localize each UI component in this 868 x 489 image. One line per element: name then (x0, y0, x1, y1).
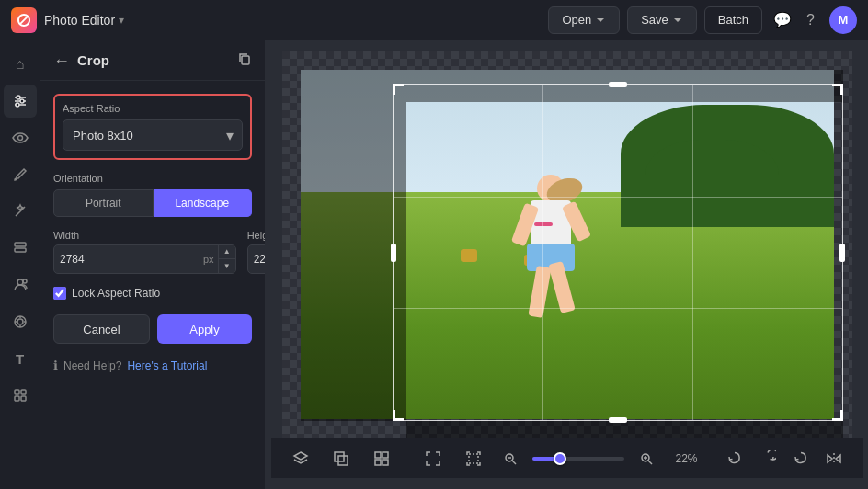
effects-icon[interactable] (4, 305, 37, 338)
height-label: Height (247, 230, 266, 241)
height-group: Height px ▲ ▼ (247, 230, 266, 274)
back-button[interactable]: ← (53, 52, 70, 69)
fit-selection-button[interactable] (459, 444, 488, 473)
svg-point-4 (20, 99, 24, 103)
people-icon[interactable] (4, 268, 37, 301)
svg-marker-22 (294, 452, 307, 460)
svg-rect-18 (21, 390, 26, 394)
text-icon[interactable]: T (4, 342, 37, 375)
lock-checkbox[interactable] (53, 287, 66, 300)
height-input[interactable] (248, 245, 266, 273)
svg-rect-19 (15, 396, 19, 401)
aspect-ratio-select[interactable]: Original Square 1:1 Photo 4x6 Photo 5x7 … (63, 119, 243, 151)
orientation-label: Orientation (53, 173, 252, 184)
left-panel: ← Crop Aspect Ratio Original Square 1:1 … (40, 40, 266, 489)
icon-bar: ⌂ (0, 40, 40, 489)
svg-rect-8 (15, 248, 26, 252)
rotate-buttons (720, 444, 849, 473)
svg-rect-28 (383, 460, 388, 465)
zoom-in-button[interactable] (635, 448, 657, 470)
comment-icon[interactable]: 💬 (773, 11, 792, 28)
width-decrement[interactable]: ▼ (219, 259, 235, 273)
orientation-buttons: Portrait Landscape (53, 189, 252, 217)
undo-button[interactable] (753, 444, 782, 473)
open-button[interactable]: Open (548, 6, 620, 34)
svg-rect-29 (469, 454, 478, 463)
width-input-wrapper: px ▲ ▼ (53, 244, 236, 274)
save-button[interactable]: Save (627, 6, 697, 34)
fit-canvas-button[interactable] (418, 444, 448, 473)
apply-button[interactable]: Apply (157, 314, 252, 344)
bottom-toolbar: 22% (271, 438, 863, 478)
svg-line-34 (648, 461, 652, 464)
handle-bottom-left[interactable] (393, 410, 404, 421)
width-increment[interactable]: ▲ (219, 245, 235, 259)
handle-bottom-right[interactable] (832, 410, 843, 421)
svg-point-10 (23, 279, 27, 283)
handle-top-left[interactable] (393, 84, 404, 95)
handle-mid-right[interactable] (839, 244, 845, 262)
svg-point-5 (16, 103, 19, 107)
home-icon[interactable]: ⌂ (4, 48, 37, 81)
resize-button[interactable] (326, 444, 356, 473)
topbar-icons: 💬 ? M (773, 6, 857, 34)
zoom-slider-track[interactable] (532, 457, 624, 461)
aspect-ratio-section: Aspect Ratio Original Square 1:1 Photo 4… (53, 94, 252, 160)
grid-h1 (394, 197, 842, 198)
grid-button[interactable] (367, 444, 396, 473)
svg-point-12 (17, 319, 23, 324)
handle-mid-left[interactable] (391, 244, 396, 262)
magic-icon[interactable] (4, 195, 37, 228)
crop-box[interactable] (393, 84, 843, 421)
svg-rect-23 (335, 452, 344, 461)
width-label: Width (53, 230, 236, 241)
landscape-button[interactable]: Landscape (154, 189, 253, 217)
copy-icon[interactable] (237, 51, 252, 69)
orientation-section: Orientation Portrait Landscape (53, 173, 252, 217)
svg-rect-20 (21, 396, 26, 401)
svg-point-6 (17, 136, 22, 141)
canvas-area: 22% (266, 40, 868, 489)
aspect-ratio-select-wrapper[interactable]: Original Square 1:1 Photo 4x6 Photo 5x7 … (63, 119, 243, 151)
zoom-slider-thumb[interactable] (554, 452, 566, 465)
tutorial-link[interactable]: Here's a Tutorial (127, 359, 207, 372)
lock-row: Lock Aspect Ratio (53, 287, 252, 300)
canvas-container (282, 51, 852, 438)
portrait-button[interactable]: Portrait (53, 189, 154, 217)
rotate-left-button[interactable] (720, 444, 749, 473)
svg-rect-7 (15, 243, 26, 246)
grid-v1 (542, 85, 543, 420)
cancel-button[interactable]: Cancel (53, 314, 150, 344)
sliders-icon[interactable] (4, 85, 37, 118)
handle-top-right[interactable] (832, 84, 843, 95)
lock-label: Lock Aspect Ratio (72, 287, 160, 300)
layers-button[interactable] (286, 444, 315, 473)
grid-v2 (692, 85, 693, 420)
topbar: Photo Editor ▾ Open Save Batch 💬 ? M (0, 0, 868, 40)
dimensions-row: Width px ▲ ▼ Height (53, 230, 252, 274)
handle-mid-top[interactable] (609, 82, 627, 87)
app-title-chevron[interactable]: ▾ (119, 14, 124, 27)
zoom-out-button[interactable] (499, 448, 521, 470)
help-icon[interactable]: ? (806, 12, 815, 28)
info-icon: ℹ (53, 358, 58, 372)
eye-icon[interactable] (4, 121, 37, 154)
action-buttons: Cancel Apply (53, 314, 252, 344)
batch-button[interactable]: Batch (704, 6, 762, 34)
aspect-ratio-label: Aspect Ratio (63, 103, 243, 114)
width-input[interactable] (54, 245, 203, 273)
zoom-percentage: 22% (668, 452, 698, 465)
flip-button[interactable] (819, 444, 849, 473)
user-avatar[interactable]: M (829, 6, 857, 34)
svg-point-3 (17, 96, 20, 99)
help-text: Need Help? (63, 359, 121, 372)
misc-icon[interactable] (4, 379, 37, 412)
handle-mid-bottom[interactable] (609, 417, 627, 423)
app-title: Photo Editor (44, 13, 115, 28)
layers-panel-icon[interactable] (4, 232, 37, 265)
main-area: ⌂ (0, 40, 868, 489)
redo-button[interactable] (786, 444, 816, 473)
brush-icon[interactable] (4, 158, 37, 191)
help-row: ℹ Need Help? Here's a Tutorial (53, 358, 252, 372)
svg-line-31 (512, 461, 516, 464)
